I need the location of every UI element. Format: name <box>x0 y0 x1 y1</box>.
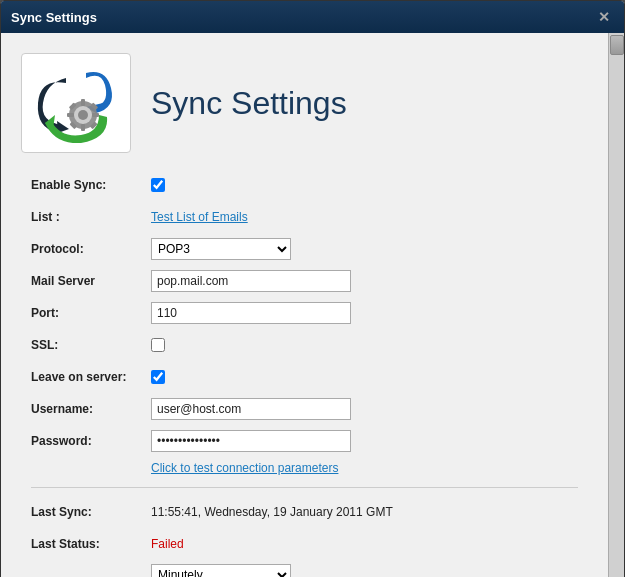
last-status-row: Last Status: Failed <box>31 532 578 556</box>
title-bar: Sync Settings ✕ <box>1 1 624 33</box>
test-connection-link[interactable]: Click to test connection parameters <box>151 461 578 475</box>
leave-on-server-row: Leave on server: <box>31 365 578 389</box>
leave-on-server-label: Leave on server: <box>31 370 151 384</box>
svg-point-5 <box>78 110 88 120</box>
last-status-value: Failed <box>151 537 184 551</box>
divider <box>31 487 578 488</box>
mail-server-row: Mail Server <box>31 269 578 293</box>
list-value[interactable]: Test List of Emails <box>151 210 248 224</box>
form-section: Enable Sync: List : Test List of Emails … <box>21 173 578 577</box>
protocol-select[interactable]: POP3 IMAP <box>151 238 291 260</box>
password-row: Password: <box>31 429 578 453</box>
mail-server-input[interactable] <box>151 270 351 292</box>
last-sync-label: Last Sync: <box>31 505 151 519</box>
last-sync-row: Last Sync: 11:55:41, Wednesday, 19 Janua… <box>31 500 578 524</box>
test-connection-row: Click to test connection parameters <box>31 461 578 475</box>
scrollbar-thumb[interactable] <box>610 35 624 55</box>
svg-rect-8 <box>67 113 74 117</box>
scrollbar-track <box>608 33 624 577</box>
header-section: Sync Settings <box>21 53 578 153</box>
enable-sync-row: Enable Sync: <box>31 173 578 197</box>
svg-rect-6 <box>81 99 85 106</box>
last-sync-value: 11:55:41, Wednesday, 19 January 2011 GMT <box>151 505 393 519</box>
port-input[interactable] <box>151 302 351 324</box>
ssl-label: SSL: <box>31 338 151 352</box>
last-status-label: Last Status: <box>31 537 151 551</box>
svg-rect-7 <box>81 124 85 131</box>
sync-logo-icon <box>31 63 121 143</box>
password-label: Password: <box>31 434 151 448</box>
username-label: Username: <box>31 402 151 416</box>
password-input[interactable] <box>151 430 351 452</box>
protocol-label: Protocol: <box>31 242 151 256</box>
dialog-title: Sync Settings <box>11 10 97 25</box>
port-label: Port: <box>31 306 151 320</box>
leave-on-server-checkbox[interactable] <box>151 370 165 384</box>
close-button[interactable]: ✕ <box>594 8 614 26</box>
enable-sync-label: Enable Sync: <box>31 178 151 192</box>
protocol-row: Protocol: POP3 IMAP <box>31 237 578 261</box>
ssl-row: SSL: <box>31 333 578 357</box>
svg-rect-9 <box>92 113 99 117</box>
mail-server-label: Mail Server <box>31 274 151 288</box>
enable-sync-checkbox[interactable] <box>151 178 165 192</box>
page-title: Sync Settings <box>151 85 347 122</box>
schedule-row: Schedule: Minutely Hourly Daily Weekly E… <box>31 564 578 577</box>
logo-box <box>21 53 131 153</box>
username-row: Username: <box>31 397 578 421</box>
username-input[interactable] <box>151 398 351 420</box>
ssl-checkbox[interactable] <box>151 338 165 352</box>
schedule-select[interactable]: Minutely Hourly Daily Weekly <box>151 564 291 577</box>
sync-settings-dialog: Sync Settings ✕ <box>0 0 625 577</box>
list-row: List : Test List of Emails <box>31 205 578 229</box>
port-row: Port: <box>31 301 578 325</box>
list-label: List : <box>31 210 151 224</box>
